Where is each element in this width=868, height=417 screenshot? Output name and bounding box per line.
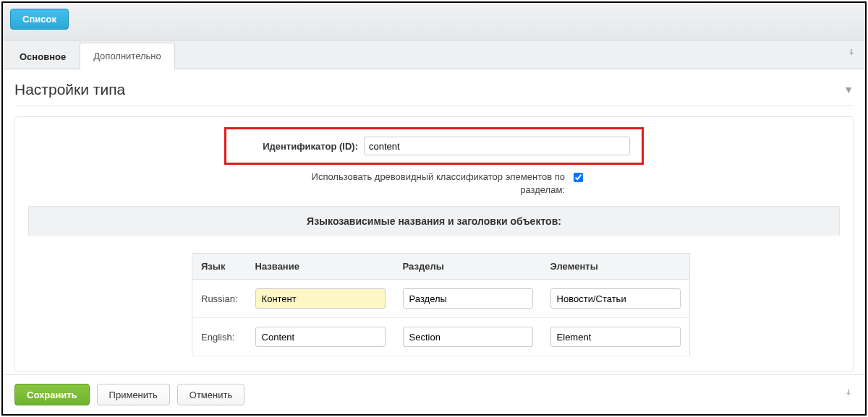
tab-extra[interactable]: Дополнительно bbox=[80, 43, 175, 69]
lang-label: English: bbox=[192, 318, 247, 356]
id-input[interactable] bbox=[364, 137, 630, 155]
table-row: English: bbox=[192, 318, 690, 356]
col-lang: Язык bbox=[192, 254, 247, 280]
sections-input-en[interactable] bbox=[403, 327, 533, 347]
collapse-icon[interactable]: ▼ bbox=[843, 84, 854, 95]
tree-classifier-row: Использовать древовидный классификатор э… bbox=[22, 171, 846, 196]
section-title: Настройки типа bbox=[14, 81, 125, 98]
lang-label: Russian: bbox=[192, 280, 247, 318]
lang-table-wrap: Язык Название Разделы Элементы Russian: bbox=[192, 253, 676, 356]
elements-input-en[interactable] bbox=[550, 327, 681, 347]
name-input-en[interactable] bbox=[255, 327, 386, 347]
tree-classifier-checkbox[interactable] bbox=[574, 173, 583, 182]
id-row-highlight: Идентификатор (ID): bbox=[224, 127, 644, 165]
name-input-ru[interactable] bbox=[255, 288, 386, 309]
content-area: Настройки типа ▼ Идентификатор (ID): Исп… bbox=[3, 69, 865, 371]
table-row: Russian: bbox=[192, 280, 690, 318]
col-name: Название bbox=[247, 254, 394, 280]
save-button[interactable]: Сохранить bbox=[14, 384, 90, 405]
tab-main[interactable]: Основное bbox=[6, 43, 80, 69]
section-header: Настройки типа ▼ bbox=[14, 78, 854, 106]
list-button[interactable]: Список bbox=[10, 9, 69, 30]
topbar: Список bbox=[3, 3, 865, 40]
tabs-row: Основное Дополнительно bbox=[3, 40, 865, 69]
pin-icon[interactable] bbox=[846, 48, 856, 61]
apply-button[interactable]: Применить bbox=[97, 384, 170, 405]
settings-panel: Идентификатор (ID): Использовать древови… bbox=[14, 116, 854, 371]
tree-classifier-label: Использовать древовидный классификатор э… bbox=[283, 171, 571, 196]
lang-table-header-row: Язык Название Разделы Элементы bbox=[192, 254, 690, 280]
cancel-button[interactable]: Отменить bbox=[177, 384, 244, 405]
col-sections: Разделы bbox=[394, 254, 542, 280]
lang-block-header: Языкозависимые названия и заголовки объе… bbox=[28, 206, 840, 236]
action-bar: Сохранить Применить Отменить bbox=[3, 374, 865, 414]
elements-input-ru[interactable] bbox=[550, 288, 681, 309]
sections-input-ru[interactable] bbox=[403, 288, 533, 309]
id-label: Идентификатор (ID): bbox=[238, 141, 364, 152]
lang-table: Язык Название Разделы Элементы Russian: bbox=[192, 253, 690, 356]
col-elements: Элементы bbox=[542, 254, 690, 280]
pin-icon[interactable] bbox=[843, 388, 854, 401]
